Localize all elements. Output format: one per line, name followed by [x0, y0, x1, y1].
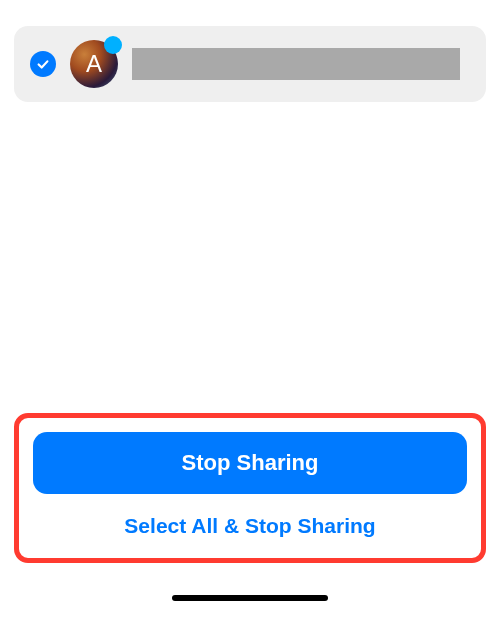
contact-name-redacted	[132, 48, 460, 80]
contact-row[interactable]: A	[14, 26, 486, 102]
selected-checkmark-icon[interactable]	[30, 51, 56, 77]
avatar-status-badge-icon	[104, 36, 122, 54]
bottom-actions-highlight: Stop Sharing Select All & Stop Sharing	[14, 413, 486, 563]
avatar: A	[70, 40, 118, 88]
stop-sharing-button[interactable]: Stop Sharing	[33, 432, 467, 494]
home-indicator	[172, 595, 328, 601]
select-all-stop-sharing-button[interactable]: Select All & Stop Sharing	[33, 494, 467, 548]
avatar-letter: A	[86, 50, 102, 78]
